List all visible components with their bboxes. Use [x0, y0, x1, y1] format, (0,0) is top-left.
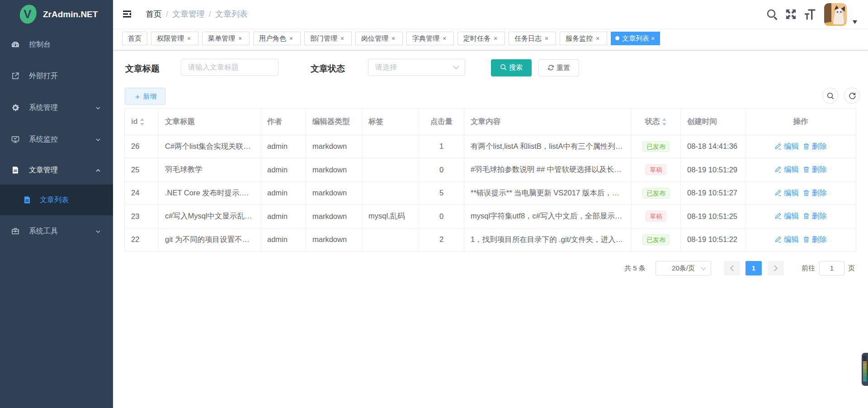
svg-text:V: V: [24, 7, 32, 21]
